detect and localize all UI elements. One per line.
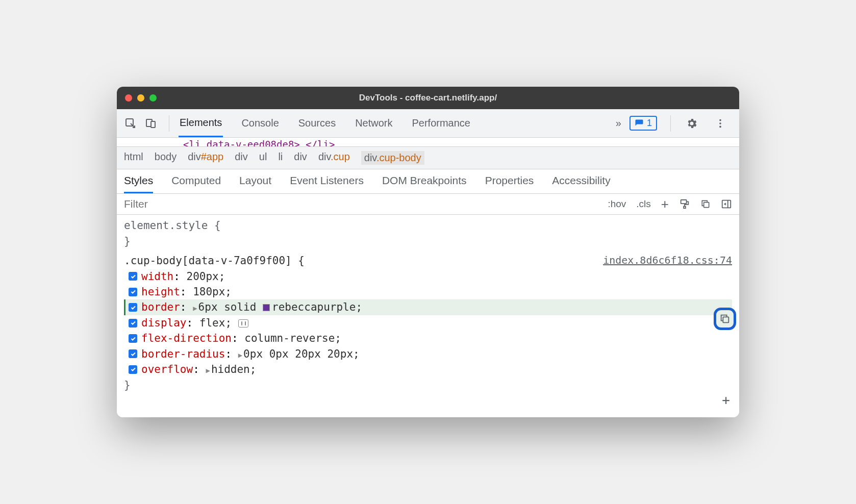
tab-performance[interactable]: Performance — [411, 110, 472, 136]
issues-badge[interactable]: 1 — [630, 116, 657, 131]
css-property-row[interactable]: display: flex; — [124, 315, 732, 331]
css-property-row[interactable]: width: 200px; — [124, 269, 732, 284]
property-value[interactable]: hidden; — [211, 363, 257, 375]
breadcrumb-item-active[interactable]: div.cup-body — [361, 151, 424, 165]
breadcrumb-item[interactable]: div — [235, 151, 248, 165]
property-checkbox[interactable] — [129, 319, 137, 327]
rule-selector[interactable]: .cup-body[data-v-7a0f9f00] { — [124, 253, 305, 268]
devtools-window: DevTools - coffee-cart.netlify.app/ Elem… — [117, 87, 739, 417]
more-tabs-icon[interactable]: » — [616, 117, 621, 129]
divider — [169, 115, 169, 132]
breadcrumb-trail: html body div#app div ul li div div.cup … — [117, 147, 739, 169]
filter-input[interactable] — [117, 194, 608, 214]
property-checkbox[interactable] — [129, 272, 137, 281]
property-name[interactable]: overflow — [141, 363, 193, 375]
property-checkbox[interactable] — [129, 334, 137, 343]
breadcrumb-item[interactable]: body — [155, 151, 177, 165]
tab-sources[interactable]: Sources — [297, 110, 337, 136]
window-title: DevTools - coffee-cart.netlify.app/ — [359, 93, 497, 103]
close-brace: } — [124, 234, 732, 249]
svg-rect-6 — [681, 200, 687, 204]
traffic-lights — [125, 94, 157, 102]
new-style-rule-icon[interactable]: + — [661, 196, 669, 212]
property-value[interactable]: 200px; — [187, 270, 225, 283]
subtab-styles[interactable]: Styles — [124, 174, 153, 193]
tab-elements[interactable]: Elements — [179, 110, 223, 137]
property-value[interactable]: 180px; — [193, 286, 232, 298]
settings-icon[interactable] — [684, 116, 699, 131]
breadcrumb-item[interactable]: div.cup — [318, 151, 350, 165]
subtab-layout[interactable]: Layout — [239, 174, 271, 193]
property-name[interactable]: flex-direction — [141, 332, 232, 344]
breadcrumb-item[interactable]: ul — [259, 151, 267, 165]
css-property-row[interactable]: height: 180px; — [124, 284, 732, 299]
add-rule-icon[interactable]: + — [124, 391, 732, 410]
minimize-window-button[interactable] — [137, 94, 144, 102]
breadcrumb-item[interactable]: div#app — [188, 151, 223, 165]
subtab-event-listeners[interactable]: Event Listeners — [290, 174, 364, 193]
dom-tree-peek: <li data-v-eed08de8>…</li> — [117, 138, 739, 147]
property-checkbox[interactable] — [129, 365, 137, 374]
sidebar-subtabs: Styles Computed Layout Event Listeners D… — [117, 169, 739, 194]
expand-icon[interactable]: ▶ — [238, 350, 242, 360]
styles-pane: element.style { } .cup-body[data-v-7a0f9… — [117, 215, 739, 417]
property-color-name[interactable]: rebeccapurple; — [272, 301, 362, 313]
copy-declaration-button[interactable] — [714, 308, 736, 330]
device-toggle-icon[interactable] — [143, 116, 159, 131]
property-name[interactable]: height — [141, 286, 180, 298]
svg-point-4 — [719, 122, 721, 124]
kebab-menu-icon[interactable] — [713, 116, 728, 131]
property-value[interactable]: flex; — [199, 317, 232, 329]
toolbar-right: » 1 — [616, 115, 733, 132]
svg-rect-9 — [722, 200, 731, 208]
inspect-icon[interactable] — [123, 116, 138, 131]
property-value[interactable]: 0px 0px 20px 20px; — [243, 348, 360, 360]
property-name[interactable]: width — [141, 270, 173, 283]
svg-rect-11 — [723, 317, 728, 323]
css-property-row[interactable]: flex-direction: column-reverse; — [124, 331, 732, 346]
breadcrumb-item[interactable]: div — [294, 151, 307, 165]
cls-toggle[interactable]: .cls — [636, 198, 651, 210]
expand-icon[interactable]: ▶ — [206, 365, 210, 375]
toggle-sidebar-icon[interactable] — [721, 198, 732, 210]
tab-network[interactable]: Network — [354, 110, 393, 136]
property-value[interactable]: 6px solid — [198, 301, 257, 313]
css-property-row[interactable]: border: ▶6px solid rebeccapurple; — [124, 299, 732, 315]
main-toolbar: Elements Console Sources Network Perform… — [117, 109, 739, 138]
css-property-row[interactable]: border-radius: ▶0px 0px 20px 20px; — [124, 346, 732, 362]
maximize-window-button[interactable] — [149, 94, 157, 102]
issues-count: 1 — [647, 118, 652, 129]
titlebar: DevTools - coffee-cart.netlify.app/ — [117, 87, 739, 109]
expand-icon[interactable]: ▶ — [193, 303, 197, 313]
property-checkbox[interactable] — [129, 303, 137, 312]
paint-icon[interactable] — [679, 198, 690, 210]
property-value[interactable]: column-reverse; — [244, 332, 341, 344]
rule-source-link[interactable]: index.8d6c6f18.css:74 — [603, 253, 732, 268]
close-window-button[interactable] — [125, 94, 132, 102]
subtab-properties[interactable]: Properties — [485, 174, 534, 193]
svg-rect-8 — [704, 203, 709, 208]
property-checkbox[interactable] — [129, 288, 137, 296]
color-swatch[interactable] — [263, 304, 270, 311]
element-style-selector[interactable]: element.style { — [124, 218, 732, 233]
copy-all-icon[interactable] — [700, 199, 711, 209]
svg-point-5 — [719, 125, 721, 128]
property-name[interactable]: display — [141, 317, 187, 329]
svg-point-3 — [719, 119, 721, 121]
property-checkbox[interactable] — [129, 349, 137, 358]
panel-tabs: Elements Console Sources Network Perform… — [174, 110, 616, 137]
styles-filter-bar: :hov .cls + — [117, 194, 739, 215]
property-name[interactable]: border-radius — [141, 348, 225, 360]
hov-toggle[interactable]: :hov — [608, 198, 626, 210]
filter-tools: :hov .cls + — [608, 196, 739, 212]
property-name[interactable]: border — [141, 301, 180, 313]
breadcrumb-item[interactable]: html — [124, 151, 143, 165]
subtab-accessibility[interactable]: Accessibility — [552, 174, 610, 193]
breadcrumb-item[interactable]: li — [278, 151, 283, 165]
subtab-computed[interactable]: Computed — [171, 174, 221, 193]
flex-editor-icon[interactable] — [238, 319, 248, 327]
svg-rect-7 — [684, 207, 686, 209]
css-property-row[interactable]: overflow: ▶hidden; — [124, 362, 732, 377]
tab-console[interactable]: Console — [240, 110, 280, 136]
subtab-dom-breakpoints[interactable]: DOM Breakpoints — [382, 174, 467, 193]
